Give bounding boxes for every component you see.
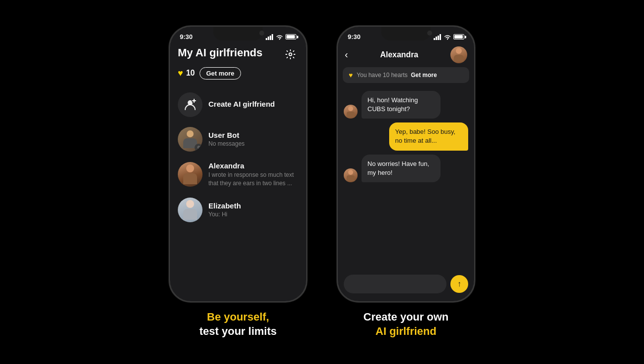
send-button[interactable]: ↑ xyxy=(450,275,468,293)
svg-rect-2 xyxy=(270,36,271,40)
battery-icon-1 xyxy=(285,34,296,40)
phone2: 9:30 xyxy=(337,26,475,302)
chat-item-alexandra[interactable]: Alexandra I wrote in response so much te… xyxy=(178,157,298,193)
hearts-count: ♥ 10 xyxy=(178,68,195,79)
chat-header: ‹ Alexandra xyxy=(338,44,474,67)
heart-icon: ♥ xyxy=(178,68,183,79)
svg-point-5 xyxy=(289,53,292,56)
create-girlfriend-info: Create AI girlfriend xyxy=(208,100,298,109)
elizabeth-preview: You: Hi xyxy=(208,211,298,218)
phone2-section: 9:30 xyxy=(337,26,475,338)
settings-badge: ⚙ xyxy=(195,144,202,152)
chat-header-name: Alexandra xyxy=(380,50,418,59)
userbot-avatar: ⚙ xyxy=(178,127,202,152)
msg-avatar-1 xyxy=(344,105,358,119)
userbot-info: User Bot No messages xyxy=(208,131,298,147)
alexandra-info: Alexandra I wrote in response so much te… xyxy=(208,162,298,188)
message-row-3: No worries! Have fun, my hero! xyxy=(344,155,468,182)
svg-point-4 xyxy=(279,39,280,40)
userbot-name: User Bot xyxy=(208,131,298,139)
get-more-link[interactable]: Get more xyxy=(411,72,437,79)
svg-rect-12 xyxy=(438,36,439,40)
svg-rect-0 xyxy=(266,38,267,40)
caption1-line2: test your limits xyxy=(200,324,277,339)
elizabeth-avatar xyxy=(178,198,202,222)
settings-button[interactable] xyxy=(282,46,298,62)
alexandra-avatar xyxy=(178,162,202,187)
svg-rect-10 xyxy=(434,38,435,40)
phone1: 9:30 xyxy=(169,26,307,302)
create-avatar xyxy=(178,92,202,117)
message-bubble-2: Yep, babe! Soo busy, no time at all... xyxy=(389,122,468,150)
message-row-1: Hi, hon! Watching CUBS tonight? xyxy=(344,91,468,119)
phone1-screen: 9:30 xyxy=(170,27,306,301)
chat-header-avatar[interactable] xyxy=(450,46,467,63)
back-button[interactable]: ‹ xyxy=(345,49,348,60)
svg-point-14 xyxy=(447,39,448,40)
alexandra-preview: I wrote in response so much text that th… xyxy=(208,171,298,188)
hearts-banner: ♥ You have 10 hearts Get more xyxy=(343,67,469,83)
message-bubble-3: No worries! Have fun, my hero! xyxy=(362,155,441,182)
svg-rect-1 xyxy=(268,37,269,40)
elizabeth-name: Elizabeth xyxy=(208,202,298,210)
page-title-1: My AI girlfriends xyxy=(178,46,263,59)
status-bar-1: 9:30 xyxy=(170,27,306,44)
heart-icon-banner: ♥ xyxy=(349,71,353,79)
message-row-2: Yep, babe! Soo busy, no time at all... xyxy=(344,122,468,150)
alexandra-name: Alexandra xyxy=(208,162,298,170)
hearts-banner-text: You have 10 hearts Get more xyxy=(357,72,437,79)
signal-icon-1 xyxy=(266,34,274,40)
get-more-button-1[interactable]: Get more xyxy=(200,67,241,80)
status-icons-1 xyxy=(266,34,296,40)
create-girlfriend-label: Create AI girlfriend xyxy=(208,100,298,108)
battery-icon-2 xyxy=(453,34,464,40)
screen1-header: My AI girlfriends xyxy=(178,44,298,62)
svg-rect-13 xyxy=(440,34,441,40)
svg-rect-3 xyxy=(272,34,273,40)
caption-1: Be yourself, test your limits xyxy=(200,310,277,338)
status-bar-2: 9:30 xyxy=(338,27,474,44)
chat-list: Create AI girlfriend ⚙ xyxy=(178,87,298,227)
svg-rect-11 xyxy=(436,37,437,40)
screen1-content: My AI girlfriends ♥ 10 xyxy=(170,44,306,301)
caption-2: Create your own AI girlfriend xyxy=(363,310,448,338)
wifi-icon-1 xyxy=(276,34,283,40)
status-time-1: 9:30 xyxy=(180,33,193,40)
page: 9:30 xyxy=(0,0,644,364)
caption2-line2: AI girlfriend xyxy=(363,324,448,339)
status-icons-2 xyxy=(434,34,464,40)
signal-icon-2 xyxy=(434,34,442,40)
create-girlfriend-item[interactable]: Create AI girlfriend xyxy=(178,87,298,122)
chat-input-field[interactable] xyxy=(344,275,446,293)
phone2-screen: 9:30 xyxy=(338,27,474,301)
userbot-preview: No messages xyxy=(208,140,298,147)
chat-item-userbot[interactable]: ⚙ User Bot No messages xyxy=(178,122,298,157)
phone1-section: 9:30 xyxy=(169,26,307,338)
hearts-row: ♥ 10 Get more xyxy=(178,67,298,80)
msg-avatar-3 xyxy=(344,168,358,182)
wifi-icon-2 xyxy=(443,34,451,40)
elizabeth-info: Elizabeth You: Hi xyxy=(208,202,298,218)
messages-area: Hi, hon! Watching CUBS tonight? Yep, bab… xyxy=(338,87,474,271)
caption2-line1: Create your own xyxy=(363,310,448,324)
message-bubble-1: Hi, hon! Watching CUBS tonight? xyxy=(362,91,441,119)
chat-input-bar: ↑ xyxy=(338,271,474,301)
status-time-2: 9:30 xyxy=(348,33,361,40)
caption1-line1: Be yourself, xyxy=(200,310,277,324)
chat-item-elizabeth[interactable]: Elizabeth You: Hi xyxy=(178,193,298,227)
